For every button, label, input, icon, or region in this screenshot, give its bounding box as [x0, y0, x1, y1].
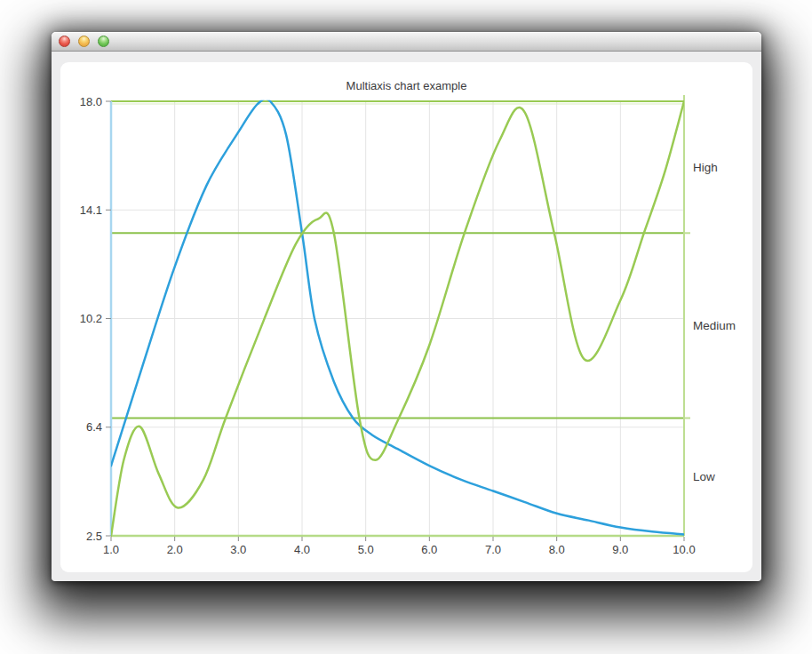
category-label-low: Low [693, 470, 715, 483]
traffic-lights [59, 36, 109, 47]
y-axis-label: 2.5 [86, 530, 102, 543]
category-label-medium: Medium [693, 319, 736, 332]
x-axis-label: 6.0 [421, 543, 437, 556]
x-axis-label: 10.0 [673, 543, 695, 556]
x-axis-label: 2.0 [167, 543, 183, 556]
x-axis-label: 5.0 [358, 543, 374, 556]
x-axis-label: 1.0 [103, 543, 119, 556]
category-label-high: High [693, 161, 718, 174]
window-content: Multiaxis chart example 1.02.03.04.05.06… [52, 52, 761, 581]
window-titlebar[interactable] [52, 32, 761, 52]
chart-panel: Multiaxis chart example 1.02.03.04.05.06… [60, 62, 752, 572]
x-axis-label: 7.0 [485, 543, 501, 556]
screenshot-root: { "window": { "title": "", "buttons": [ … [0, 0, 812, 654]
y-axis-label: 14.1 [80, 203, 102, 217]
series-group [111, 99, 684, 536]
minimize-button[interactable] [78, 36, 90, 47]
y-axis-label: 6.4 [86, 420, 102, 434]
y-axis-label: 18.0 [80, 95, 102, 108]
close-button[interactable] [59, 36, 70, 47]
app-window: Multiaxis chart example 1.02.03.04.05.06… [52, 32, 761, 581]
multiaxis-chart: 1.02.03.04.05.06.07.08.09.010.018.014.11… [60, 62, 752, 572]
x-axis-label: 4.0 [294, 543, 310, 556]
y-axis-label: 10.2 [80, 312, 102, 325]
x-axis-label: 9.0 [612, 543, 628, 556]
zoom-button[interactable] [98, 36, 109, 47]
x-axis-label: 8.0 [549, 543, 565, 556]
series-blue-spline [111, 99, 684, 534]
x-axis-label: 3.0 [230, 543, 246, 556]
